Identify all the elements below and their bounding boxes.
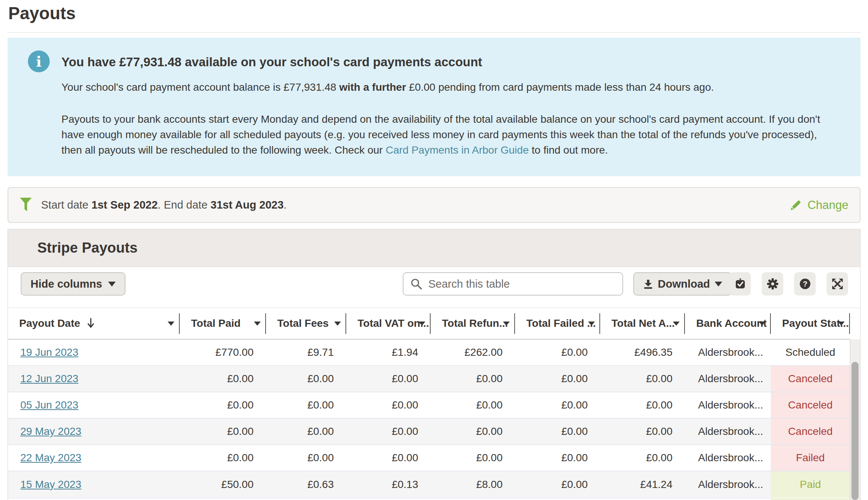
column-label: Total Refun... <box>442 317 508 329</box>
amount-cell: £0.00 <box>180 445 266 471</box>
hide-columns-button[interactable]: Hide columns <box>21 272 125 296</box>
amount-cell: £0.00 <box>600 392 685 418</box>
column-header-bank-account[interactable]: Bank Account <box>685 308 771 339</box>
help-button[interactable]: ? <box>794 272 816 296</box>
column-label: Total Fees <box>277 317 329 329</box>
column-caret-icon[interactable] <box>168 322 174 326</box>
column-header-payout-date[interactable]: Payout Date <box>8 308 180 339</box>
toolbar-icon-buttons: ? <box>729 272 848 296</box>
panel-header: Stripe Payouts <box>8 229 860 267</box>
fullscreen-button[interactable] <box>827 272 848 296</box>
amount-cell: £8.00 <box>431 471 515 497</box>
bank-account-cell: Aldersbrook... <box>685 471 771 497</box>
search-icon <box>410 278 422 290</box>
page-title: Payouts <box>8 3 76 23</box>
column-caret-icon[interactable] <box>759 322 766 326</box>
amount-cell: £0.00 <box>346 445 431 471</box>
table-search <box>403 272 623 296</box>
amount-cell: £0.00 <box>515 366 600 392</box>
column-label: Payout Date <box>19 317 80 329</box>
filter-summary: Start date 1st Sep 2022. End date 31st A… <box>41 199 287 211</box>
table-row: 29 May 2023£0.00£0.00£0.00£0.00£0.00£0.0… <box>8 418 850 445</box>
help-icon: ? <box>799 278 811 290</box>
amount-cell: £0.00 <box>180 366 266 392</box>
payout-date-cell: 12 Jun 2023 <box>8 366 180 392</box>
payout-date-link[interactable]: 29 May 2023 <box>20 425 81 437</box>
column-header-total-paid[interactable]: Total Paid <box>180 308 266 339</box>
table-row: 12 Jun 2023£0.00£0.00£0.00£0.00£0.00£0.0… <box>8 366 850 392</box>
column-caret-icon[interactable] <box>503 322 510 326</box>
amount-cell: £0.00 <box>346 366 431 392</box>
column-caret-icon[interactable] <box>673 322 680 326</box>
card-payments-guide-link[interactable]: Card Payments in Arbor Guide <box>386 144 529 156</box>
schedule-paragraph: Payouts to your bank accounts start ever… <box>61 111 827 158</box>
date-filter-bar: Start date 1st Sep 2022. End date 31st A… <box>8 187 860 223</box>
payout-date-link[interactable]: 12 Jun 2023 <box>20 373 78 384</box>
column-header-payout-stat[interactable]: Payout Stat... <box>771 308 850 339</box>
column-header-total-net-a[interactable]: Total Net A... <box>600 308 685 339</box>
info-heading: You have £77,931.48 available on your sc… <box>61 55 827 69</box>
sort-desc-icon <box>87 318 95 329</box>
bank-account-cell: Aldersbrook... <box>685 366 771 392</box>
column-label: Total Net A... <box>611 317 675 329</box>
payout-date-link[interactable]: 15 May 2023 <box>20 479 81 490</box>
column-caret-icon[interactable] <box>838 322 845 326</box>
pencil-icon <box>789 199 802 212</box>
amount-cell: £0.00 <box>431 418 515 445</box>
payout-date-link[interactable]: 22 May 2023 <box>20 452 81 463</box>
table-toolbar: Hide columns Download ? <box>8 267 860 308</box>
scrollbar-thumb[interactable] <box>851 362 859 500</box>
amount-cell: £1.94 <box>346 339 431 366</box>
download-icon <box>643 279 653 289</box>
amount-cell: £0.00 <box>515 418 600 445</box>
amount-cell: £0.00 <box>266 418 346 445</box>
payout-status-cell: Canceled <box>771 366 850 392</box>
stripe-payouts-panel: Stripe Payouts Hide columns Download ? <box>8 229 860 500</box>
filter-end-date: 31st Aug 2023 <box>211 199 284 211</box>
payout-date-cell: 19 Jun 2023 <box>8 339 180 366</box>
amount-cell: £0.00 <box>266 366 346 392</box>
amount-cell: £0.00 <box>431 445 515 471</box>
amount-cell: £0.00 <box>515 471 600 497</box>
column-header-total-fees[interactable]: Total Fees <box>266 308 346 339</box>
amount-cell: £0.00 <box>515 339 600 366</box>
payout-status-cell: Scheduled <box>771 339 850 366</box>
payout-status-cell: Canceled <box>771 392 850 418</box>
bulk-select-button[interactable] <box>729 272 751 296</box>
column-header-total-refun[interactable]: Total Refun... <box>431 308 515 339</box>
amount-cell: £0.00 <box>266 445 346 471</box>
column-caret-icon[interactable] <box>588 322 595 326</box>
column-header-total-vat-on[interactable]: Total VAT on... <box>346 308 431 339</box>
amount-cell: £770.00 <box>180 339 266 366</box>
download-button[interactable]: Download <box>633 272 732 296</box>
payout-date-link[interactable]: 05 Jun 2023 <box>20 399 78 411</box>
column-caret-icon[interactable] <box>419 322 425 326</box>
change-filter-button[interactable]: Change <box>789 198 848 212</box>
payout-date-link[interactable]: 19 Jun 2023 <box>20 346 78 358</box>
column-caret-icon[interactable] <box>254 322 261 326</box>
search-input[interactable] <box>428 278 616 290</box>
expand-icon <box>831 278 844 290</box>
chevron-down-icon <box>715 282 722 287</box>
amount-cell: £0.00 <box>346 392 431 418</box>
payout-status-cell: Paid <box>771 471 850 497</box>
table-row: 05 Jun 2023£0.00£0.00£0.00£0.00£0.00£0.0… <box>8 392 850 418</box>
amount-cell: £0.63 <box>266 471 346 497</box>
bank-account-cell: Aldersbrook... <box>685 392 771 418</box>
table-row: 15 May 2023£50.00£0.63£0.13£8.00£0.00£41… <box>8 471 850 497</box>
amount-cell: £0.00 <box>600 445 685 471</box>
amount-cell: £0.00 <box>515 392 600 418</box>
payout-date-cell: 22 May 2023 <box>8 445 180 471</box>
column-caret-icon[interactable] <box>334 322 341 326</box>
payout-status-cell: Failed <box>771 445 850 471</box>
column-header-total-failed[interactable]: Total Failed ... <box>515 308 600 339</box>
vertical-scrollbar[interactable] <box>850 339 860 500</box>
amount-cell: £0.13 <box>346 471 431 497</box>
svg-text:?: ? <box>802 280 807 288</box>
filter-icon <box>20 197 32 213</box>
settings-button[interactable] <box>762 272 783 296</box>
amount-cell: £0.00 <box>515 445 600 471</box>
bank-account-cell: Aldersbrook... <box>685 418 771 445</box>
balance-info-box: i You have £77,931.48 available on your … <box>8 38 860 176</box>
payouts-table: Payout DateTotal PaidTotal FeesTotal VAT… <box>8 308 850 497</box>
